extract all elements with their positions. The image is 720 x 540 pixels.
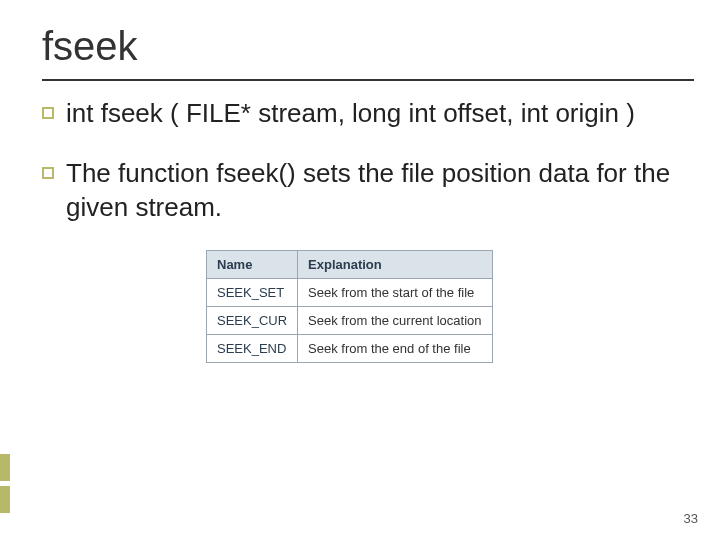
bullet-text: The function fseek() sets the file posit… (66, 157, 688, 225)
table-row: SEEK_END Seek from the end of the file (207, 335, 493, 363)
constants-table-wrap: Name Explanation SEEK_SET Seek from the … (206, 250, 688, 363)
cell-name: SEEK_CUR (207, 307, 298, 335)
bullet-text: int fseek ( FILE* stream, long int offse… (66, 97, 635, 131)
cell-name: SEEK_SET (207, 279, 298, 307)
col-header-explanation: Explanation (298, 251, 492, 279)
col-header-name: Name (207, 251, 298, 279)
table-header-row: Name Explanation (207, 251, 493, 279)
table-row: SEEK_SET Seek from the start of the file (207, 279, 493, 307)
slide-number: 33 (684, 511, 698, 526)
cell-explanation: Seek from the start of the file (298, 279, 492, 307)
bullet-item: The function fseek() sets the file posit… (42, 157, 688, 225)
bullet-marker-icon (42, 107, 54, 119)
slide-body: int fseek ( FILE* stream, long int offse… (0, 81, 720, 363)
slide-title: fseek (0, 0, 720, 75)
cell-explanation: Seek from the end of the file (298, 335, 492, 363)
bullet-item: int fseek ( FILE* stream, long int offse… (42, 97, 688, 131)
table-row: SEEK_CUR Seek from the current location (207, 307, 493, 335)
accent-bar-icon (0, 454, 10, 481)
constants-table: Name Explanation SEEK_SET Seek from the … (206, 250, 493, 363)
bullet-marker-icon (42, 167, 54, 179)
cell-explanation: Seek from the current location (298, 307, 492, 335)
accent-bar-icon (0, 486, 10, 513)
cell-name: SEEK_END (207, 335, 298, 363)
